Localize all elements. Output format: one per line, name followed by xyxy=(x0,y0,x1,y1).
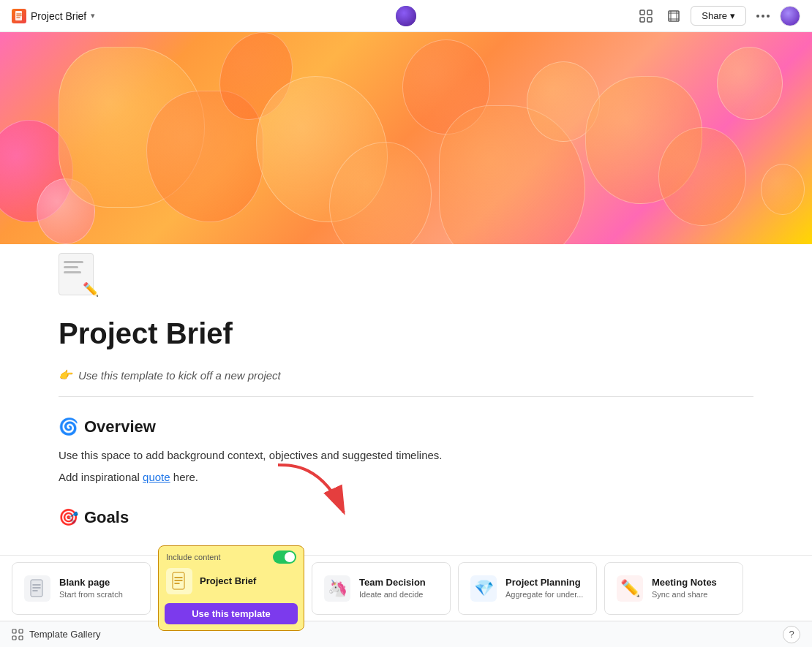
doc-line-2 xyxy=(64,266,78,268)
highlighted-card-body: Project Brief xyxy=(159,565,304,600)
grid-view-button[interactable] xyxy=(635,7,657,26)
goals-heading: Goals xyxy=(84,508,129,527)
include-content-bar: Include content xyxy=(159,546,304,565)
blank-page-icon xyxy=(24,575,50,602)
avatar[interactable] xyxy=(394,4,418,28)
overview-heading: Overview xyxy=(84,417,156,436)
use-template-button[interactable]: Use this template xyxy=(165,603,298,624)
overview-text-1: Use this space to add background context… xyxy=(59,447,753,464)
planning-emoji: 💎 xyxy=(474,579,494,598)
doc-icon: ✏️ xyxy=(59,253,97,298)
bubble-14 xyxy=(761,164,805,215)
svg-rect-8 xyxy=(669,11,679,21)
template-gallery-bar: Template Gallery ? xyxy=(0,621,812,647)
doc-pencil-icon: ✏️ xyxy=(83,281,99,298)
help-button[interactable]: ? xyxy=(783,626,800,643)
template-gallery-icon xyxy=(12,629,23,640)
svg-rect-6 xyxy=(640,18,644,22)
svg-rect-26 xyxy=(19,629,23,633)
doc-icon-lines xyxy=(59,254,93,284)
goals-header: 🎯 Goals xyxy=(59,508,753,527)
svg-rect-5 xyxy=(647,10,652,15)
template-gallery-label: Template Gallery xyxy=(29,629,101,640)
page-icon-small xyxy=(12,9,26,23)
page-title: Project Brief xyxy=(59,316,753,351)
more-options-button[interactable] xyxy=(752,12,774,20)
team-emoji: 🦄 xyxy=(328,579,347,598)
bubble-12 xyxy=(658,127,746,226)
share-chevron-icon: ▾ xyxy=(730,10,735,21)
svg-rect-4 xyxy=(640,10,644,15)
share-button[interactable]: Share ▾ xyxy=(691,6,746,26)
template-gallery-left[interactable]: Template Gallery xyxy=(12,629,101,640)
header-chevron-icon[interactable]: ▾ xyxy=(91,11,95,20)
meeting-notes-subtitle: Sync and share xyxy=(652,589,731,599)
blank-page-subtitle: Start from scratch xyxy=(59,589,138,599)
content-area: Project Brief 👉 Use this template to kic… xyxy=(0,298,812,545)
overview-text-2b: here. xyxy=(173,471,198,483)
header-title: Project Brief xyxy=(31,10,86,22)
project-planning-subtitle: Aggregate for under... xyxy=(505,589,584,599)
overview-header: 🌀 Overview xyxy=(59,417,753,436)
team-decision-card[interactable]: 🦄 Team Decision Ideate and decide xyxy=(312,562,451,615)
project-brief-icon xyxy=(166,568,192,594)
blank-page-text: Blank page Start from scratch xyxy=(59,577,138,599)
highlighted-text: Project Brief xyxy=(200,575,296,588)
project-planning-text: Project Planning Aggregate for under... xyxy=(505,577,584,599)
meeting-notes-icon: ✏️ xyxy=(617,575,643,602)
meeting-notes-title: Meeting Notes xyxy=(652,577,731,589)
meeting-notes-text: Meeting Notes Sync and share xyxy=(652,577,731,599)
blank-page-card[interactable]: Blank page Start from scratch xyxy=(12,562,151,615)
highlighted-title: Project Brief xyxy=(200,575,296,588)
page-icon-area: ✏️ xyxy=(0,244,812,298)
bubble-13 xyxy=(717,47,783,120)
svg-rect-7 xyxy=(647,18,652,22)
svg-rect-28 xyxy=(19,636,23,640)
team-decision-title: Team Decision xyxy=(359,577,438,589)
quote-link[interactable]: quote xyxy=(143,471,170,483)
project-planning-title: Project Planning xyxy=(505,577,584,589)
svg-rect-27 xyxy=(12,636,16,640)
project-planning-icon: 💎 xyxy=(470,575,497,602)
overview-emoji: 🌀 xyxy=(59,417,78,436)
blank-page-title: Blank page xyxy=(59,577,138,589)
svg-rect-25 xyxy=(12,629,16,633)
subtitle-text: Use this template to kick off a new proj… xyxy=(78,369,281,382)
header-left: Project Brief ▾ xyxy=(12,9,95,23)
toggle-knob xyxy=(285,552,295,562)
hero-bubbles xyxy=(0,32,812,244)
doc-line-3 xyxy=(64,271,81,273)
goals-emoji: 🎯 xyxy=(59,508,78,527)
divider xyxy=(59,396,753,397)
include-content-label: Include content xyxy=(166,553,221,561)
project-planning-card[interactable]: 💎 Project Planning Aggregate for under..… xyxy=(458,562,597,615)
header-right: Share ▾ xyxy=(635,6,800,26)
header: Project Brief ▾ Share xyxy=(0,0,812,32)
user-avatar[interactable] xyxy=(780,6,800,26)
team-decision-subtitle: Ideate and decide xyxy=(359,589,438,599)
include-content-toggle[interactable] xyxy=(273,550,296,564)
overview-text-2a: Add inspirational xyxy=(59,471,140,483)
expand-button[interactable] xyxy=(663,7,685,26)
team-decision-text: Team Decision Ideate and decide xyxy=(359,577,438,599)
hero-image xyxy=(0,32,812,244)
subtitle-line: 👉 Use this template to kick off a new pr… xyxy=(59,368,753,382)
meeting-notes-card[interactable]: ✏️ Meeting Notes Sync and share xyxy=(604,562,743,615)
doc-icon-body: ✏️ xyxy=(59,253,94,295)
svg-point-13 xyxy=(756,15,759,18)
subtitle-emoji: 👉 xyxy=(59,368,72,382)
use-template-wrapper: Use this template xyxy=(159,600,304,630)
svg-point-15 xyxy=(767,15,770,18)
share-label: Share xyxy=(702,10,727,21)
template-bar: Blank page Start from scratch Include co… xyxy=(0,555,812,621)
highlighted-card[interactable]: Include content Project Brief xyxy=(158,545,304,631)
svg-point-14 xyxy=(762,15,764,18)
doc-line-1 xyxy=(64,261,83,263)
overview-text-2: Add inspirational quote here. xyxy=(59,469,753,486)
team-decision-icon: 🦄 xyxy=(324,575,350,602)
header-center xyxy=(394,4,418,28)
avatar-image xyxy=(396,6,416,26)
highlighted-card-wrapper: Include content Project Brief xyxy=(158,545,304,631)
meeting-emoji: ✏️ xyxy=(620,579,640,598)
